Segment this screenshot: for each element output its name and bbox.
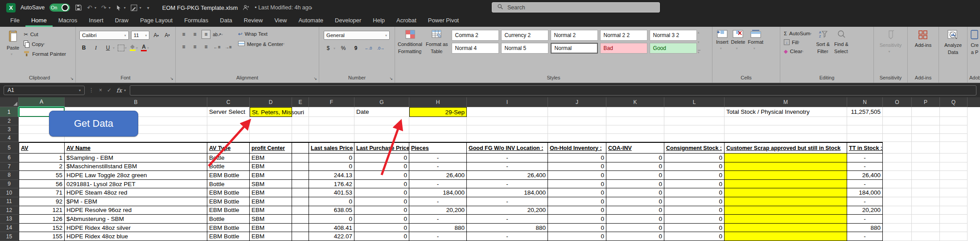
cell-on-hold[interactable]: 0 bbox=[548, 154, 606, 162]
cell-on-hold[interactable]: 0 bbox=[548, 197, 606, 206]
empty-cell[interactable] bbox=[725, 134, 847, 142]
empty-cell[interactable] bbox=[548, 117, 606, 125]
cell-av-name[interactable]: $Sampling - EBM bbox=[65, 154, 207, 162]
empty-cell[interactable] bbox=[207, 134, 250, 142]
empty-cell[interactable] bbox=[912, 188, 940, 197]
copy-button[interactable]: Copy ▾ bbox=[24, 41, 66, 47]
empty-cell[interactable] bbox=[606, 125, 664, 134]
empty-cell[interactable] bbox=[883, 125, 912, 134]
ribbon-tab[interactable]: Home bbox=[25, 15, 53, 27]
empty-cell[interactable] bbox=[250, 134, 292, 142]
cell-last-sales-price[interactable]: 0 bbox=[309, 197, 354, 206]
cell-coa-inv[interactable]: 0 bbox=[606, 232, 664, 241]
cell-last-sales-price[interactable]: 408.41 bbox=[309, 224, 354, 233]
cell-good-fg[interactable]: - bbox=[467, 197, 548, 206]
select-all-button[interactable] bbox=[0, 97, 19, 107]
empty-cell[interactable] bbox=[912, 171, 940, 180]
empty-cell[interactable] bbox=[883, 162, 912, 171]
cell-on-hold[interactable]: 0 bbox=[548, 224, 606, 233]
cell-customer-scrap[interactable] bbox=[725, 188, 847, 197]
cell-E1[interactable] bbox=[292, 107, 309, 117]
empty-cell[interactable] bbox=[250, 117, 292, 125]
cell-consignment[interactable]: 0 bbox=[664, 197, 725, 206]
empty-cell[interactable] bbox=[912, 125, 940, 134]
cell-last-purchase-price[interactable]: 0 bbox=[354, 232, 409, 241]
cell-profit-center[interactable]: EBM bbox=[250, 162, 292, 171]
cell-customer-scrap[interactable] bbox=[725, 215, 847, 224]
cell-pieces[interactable]: - bbox=[409, 154, 467, 162]
column-header[interactable]: I bbox=[467, 97, 548, 107]
accounting-format-icon[interactable]: $ bbox=[324, 44, 333, 53]
cell-consignment[interactable]: 0 bbox=[664, 224, 725, 233]
ribbon-tab[interactable]: Help bbox=[367, 15, 391, 27]
cell-av-name[interactable]: 0291881- Lysol 28oz PET bbox=[65, 180, 207, 189]
cell-av-name[interactable]: $PM - EBM bbox=[65, 197, 207, 206]
cell-tt-in-stock[interactable]: - bbox=[847, 154, 883, 162]
empty-cell[interactable] bbox=[912, 197, 940, 206]
cell-on-hold[interactable]: 0 bbox=[548, 180, 606, 189]
cell-consignment[interactable]: 0 bbox=[664, 206, 725, 215]
cell-customer-scrap[interactable] bbox=[725, 206, 847, 215]
cell-good-fg[interactable]: - bbox=[467, 215, 548, 224]
empty-cell[interactable] bbox=[725, 117, 847, 125]
gallery-scroll-down-icon[interactable]: ▾ bbox=[698, 40, 700, 44]
cell-av-type[interactable]: EBM Bottle bbox=[207, 224, 250, 233]
column-header[interactable]: E bbox=[292, 97, 309, 107]
style-chip[interactable]: Bad bbox=[600, 43, 647, 54]
row-header[interactable]: 3 bbox=[0, 125, 19, 134]
cell-av-type[interactable]: EBM Bottle bbox=[207, 197, 250, 206]
cell-blank[interactable] bbox=[292, 215, 309, 224]
cursor-mode-dropdown-icon[interactable]: ▾ bbox=[124, 6, 126, 10]
cell-tt-in-stock[interactable]: - bbox=[847, 232, 883, 241]
cell-last-sales-price[interactable]: 638.05 bbox=[309, 206, 354, 215]
row-header[interactable]: 1 bbox=[0, 107, 19, 117]
row-header[interactable]: 6 bbox=[0, 154, 19, 162]
cell-customer-scrap[interactable] bbox=[725, 171, 847, 180]
cell-last-sales-price[interactable]: 0 bbox=[309, 215, 354, 224]
formula-input[interactable] bbox=[130, 85, 976, 96]
cell-C1-server-select-label[interactable]: Server Select bbox=[207, 107, 250, 117]
column-header[interactable]: A bbox=[19, 97, 65, 107]
empty-cell[interactable] bbox=[912, 224, 940, 233]
cell-last-purchase-price[interactable]: 0 bbox=[354, 215, 409, 224]
column-header[interactable]: L bbox=[664, 97, 725, 107]
cell-blank[interactable] bbox=[292, 232, 309, 241]
ribbon-tab[interactable]: Developer bbox=[329, 15, 367, 27]
header-blank[interactable] bbox=[292, 142, 309, 154]
cell-H1-date-value[interactable]: 29-Sep bbox=[409, 107, 467, 117]
empty-cell[interactable] bbox=[548, 134, 606, 142]
row-header[interactable]: 9 bbox=[0, 180, 19, 189]
cell-av[interactable]: 71 bbox=[19, 188, 65, 197]
cell-good-fg[interactable]: 26,400 bbox=[467, 171, 548, 180]
empty-cell[interactable] bbox=[940, 117, 968, 125]
row-header[interactable]: 11 bbox=[0, 197, 19, 206]
empty-cell[interactable] bbox=[940, 180, 968, 189]
align-bottom-icon[interactable]: ≡ bbox=[202, 30, 210, 39]
cell-customer-scrap[interactable] bbox=[725, 232, 847, 241]
style-chip[interactable]: Normal 2 bbox=[551, 30, 598, 41]
empty-cell[interactable] bbox=[883, 215, 912, 224]
confirm-entry-icon[interactable]: ✓ bbox=[107, 87, 111, 93]
ribbon-tab[interactable]: Review bbox=[238, 15, 269, 27]
cell-on-hold[interactable]: 0 bbox=[548, 215, 606, 224]
cell-L1[interactable] bbox=[664, 107, 725, 117]
format-painter-button[interactable]: Format Painter bbox=[24, 50, 66, 58]
header-pieces[interactable]: Pieces bbox=[409, 142, 467, 154]
empty-cell[interactable] bbox=[883, 197, 912, 206]
cell-av-type[interactable]: Bottle bbox=[207, 180, 250, 189]
cell-D1-server-value[interactable]: St. Peters, Missouri bbox=[250, 107, 292, 117]
document-title[interactable]: EOM FG-PKG Template.xlsm bbox=[162, 4, 238, 11]
percent-style-icon[interactable]: % bbox=[339, 44, 348, 53]
align-middle-icon[interactable]: ≡ bbox=[190, 30, 199, 39]
sensitivity-button[interactable]: Sensitivity ▾ bbox=[880, 30, 902, 71]
redo-dropdown-icon[interactable]: ▾ bbox=[109, 6, 111, 10]
header-av-name[interactable]: AV Name bbox=[65, 142, 207, 154]
cell-consignment[interactable]: 0 bbox=[664, 171, 725, 180]
row-header[interactable]: 13 bbox=[0, 215, 19, 224]
merge-center-button[interactable]: Merge & Center ▾ bbox=[238, 41, 284, 47]
fill-button[interactable]: ↓Fill ▾ bbox=[784, 39, 811, 45]
cell-pieces[interactable]: 26,400 bbox=[409, 171, 467, 180]
cell-av-type[interactable]: Bottle bbox=[207, 215, 250, 224]
cell-coa-inv[interactable]: 0 bbox=[606, 154, 664, 162]
cell-av-type[interactable]: EBM Bottle bbox=[207, 232, 250, 241]
